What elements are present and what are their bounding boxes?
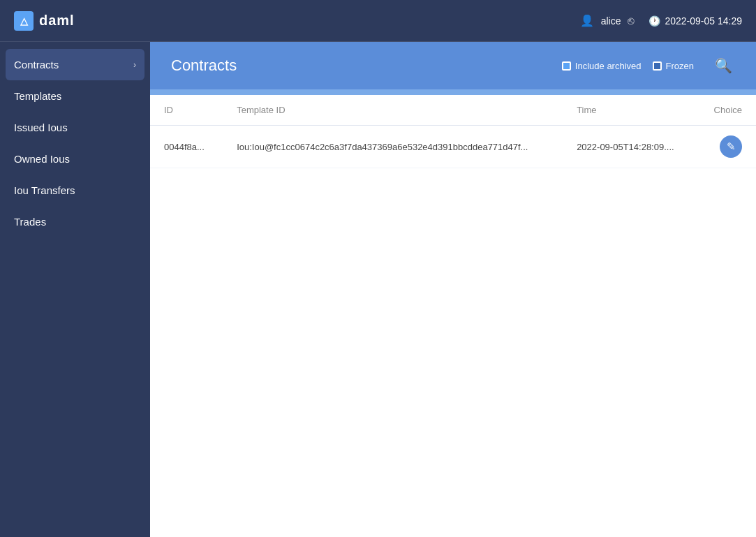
sidebar-item-contracts[interactable]: Contracts › [6,49,144,80]
cell-id: 0044f8a... [150,126,223,168]
sidebar-item-issued-ious[interactable]: Issued Ious [0,112,150,143]
col-header-template-id: Template ID [223,95,563,126]
sidebar-item-owned-ious[interactable]: Owned Ious [0,143,150,175]
cell-choice: ✎ [696,126,756,168]
col-header-id: ID [150,95,223,126]
frozen-label: Frozen [666,61,694,71]
main-content: Contracts Include archived Frozen 🔍 [150,42,756,537]
contracts-table-container: ID Template ID Time Choice 0044f8a... Io… [150,95,756,537]
include-archived-filter[interactable]: Include archived [562,61,642,71]
clock-icon: 🕐 [648,15,660,27]
cell-template-id: Iou:Iou@fc1cc0674c2c6a3f7da437369a6e532e… [223,126,563,168]
sidebar-item-label: Issued Ious [14,122,68,133]
username: alice [601,15,621,27]
frozen-checkbox[interactable] [653,61,662,71]
sidebar-item-label: Trades [14,216,46,228]
sidebar: Contracts › Templates Issued Ious Owned … [0,42,150,537]
logo-icon: △ [14,11,34,31]
topbar-user: 👤 alice ⎋ [580,14,635,27]
datetime-display: 2022-09-05 14:29 [665,15,742,27]
choice-button[interactable]: ✎ [720,135,742,158]
sidebar-item-label: Owned Ious [14,153,70,165]
logo-text: daml [39,13,75,29]
col-header-choice: Choice [696,95,756,126]
logo: △ daml [14,11,75,31]
logout-icon[interactable]: ⎋ [628,15,635,27]
chevron-right-icon: › [133,60,136,70]
app-layout: Contracts › Templates Issued Ious Owned … [0,42,756,537]
header-divider [150,89,756,95]
contracts-page-title: Contracts [171,57,548,75]
user-avatar-icon: 👤 [580,14,594,27]
sidebar-item-label: Templates [14,90,61,102]
include-archived-label: Include archived [575,61,642,71]
sidebar-item-iou-transfers[interactable]: Iou Transfers [0,175,150,206]
sidebar-item-templates[interactable]: Templates [0,80,150,112]
contracts-header: Contracts Include archived Frozen 🔍 [150,42,756,89]
topbar: △ daml 👤 alice ⎋ 🕐 2022-09-05 14:29 [0,0,756,42]
frozen-filter[interactable]: Frozen [653,61,694,71]
table-row: 0044f8a... Iou:Iou@fc1cc0674c2c6a3f7da43… [150,126,756,168]
search-button[interactable]: 🔍 [712,54,735,77]
table-header-row: ID Template ID Time Choice [150,95,756,126]
col-header-time: Time [563,95,696,126]
topbar-time: 🕐 2022-09-05 14:29 [648,15,742,27]
include-archived-checkbox[interactable] [562,61,571,71]
sidebar-item-trades[interactable]: Trades [0,206,150,237]
sidebar-item-label: Contracts [14,59,59,71]
topbar-right: 👤 alice ⎋ 🕐 2022-09-05 14:29 [580,14,742,27]
cell-time: 2022-09-05T14:28:09.... [563,126,696,168]
contracts-table: ID Template ID Time Choice 0044f8a... Io… [150,95,756,168]
sidebar-item-label: Iou Transfers [14,184,75,196]
header-filters: Include archived Frozen 🔍 [562,54,735,77]
